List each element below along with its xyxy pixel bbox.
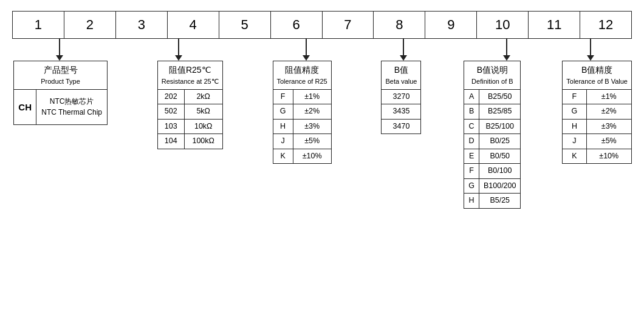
num-9: 9 — [425, 12, 477, 38]
beta-def-code-1: B — [464, 104, 479, 120]
tol-r25-val-3: ±5% — [293, 134, 331, 149]
res-code-3: 104 — [157, 134, 184, 149]
num-2: 2 — [64, 12, 116, 38]
tol-b-code-4: K — [563, 149, 586, 164]
product-header-zh: 产品型号 — [18, 64, 103, 76]
num-8: 8 — [374, 12, 425, 38]
beta-def-section: B值说明 Definition of B A B25/50 B B25/85 C… — [464, 61, 521, 209]
beta-section: B值 Beta value 3270 3435 3470 — [381, 61, 421, 134]
res-code-0: 202 — [157, 89, 184, 104]
tol-b-header-zh: B值精度 — [566, 64, 628, 76]
product-prefix: CH — [14, 89, 36, 124]
tol-r25-val-0: ±1% — [293, 89, 331, 104]
beta-def-code-2: C — [464, 119, 479, 134]
arrows-row — [12, 39, 632, 61]
tol-b-code-2: H — [563, 119, 586, 134]
resistance-header-zh: 阻值R25℃ — [162, 64, 219, 76]
beta-def-header-en: Definition of B — [468, 76, 516, 87]
tol-r25-val-1: ±2% — [293, 104, 331, 120]
beta-def-val-0: B25/50 — [479, 89, 521, 104]
num-10: 10 — [477, 12, 529, 38]
resistance-section: 阻值R25℃ Resistance at 25℃ 202 2kΩ 502 5kΩ… — [157, 61, 223, 149]
tolerance-b-section: B值精度 Tolerance of B Value F ±1% G ±2% H … — [562, 61, 632, 164]
beta-def-val-1: B25/85 — [479, 104, 521, 120]
tol-b-val-2: ±3% — [586, 119, 631, 134]
beta-def-code-0: A — [464, 89, 479, 104]
product-value: NTC热敏芯片 NTC Thermal Chip — [36, 89, 108, 124]
num-1: 1 — [13, 12, 64, 38]
beta-def-code-5: F — [464, 164, 479, 179]
tol-r25-code-0: F — [273, 89, 293, 104]
num-12: 12 — [580, 12, 631, 38]
beta-def-header-zh: B值说明 — [468, 64, 516, 76]
beta-def-val-4: B0/50 — [479, 149, 521, 164]
beta-def-val-5: B0/100 — [479, 164, 521, 179]
content-row: 产品型号 Product Type CH NTC热敏芯片 NTC Thermal… — [12, 61, 632, 209]
tol-b-code-1: G — [563, 104, 586, 120]
product-section: 产品型号 Product Type CH NTC热敏芯片 NTC Thermal… — [13, 61, 108, 125]
num-4: 4 — [168, 12, 219, 38]
tol-r25-code-1: G — [273, 104, 293, 120]
res-val-2: 10kΩ — [184, 119, 222, 134]
res-val-0: 2kΩ — [184, 89, 222, 104]
beta-def-code-7: H — [464, 194, 479, 209]
beta-val-2: 3470 — [382, 119, 421, 134]
beta-val-0: 3270 — [382, 89, 421, 104]
num-6: 6 — [271, 12, 323, 38]
tol-b-val-4: ±10% — [586, 149, 631, 164]
beta-val-1: 3435 — [382, 104, 421, 120]
tolerance-r25-section: 阻值精度 Tolerance of R25 F ±1% G ±2% H ±3% … — [273, 61, 332, 164]
beta-def-code-6: G — [464, 178, 479, 194]
num-5: 5 — [219, 12, 271, 38]
beta-def-val-6: B100/200 — [479, 178, 521, 194]
tol-r25-val-2: ±3% — [293, 119, 331, 134]
res-val-1: 5kΩ — [184, 104, 222, 120]
product-header-en: Product Type — [18, 76, 103, 87]
tol-r25-code-3: J — [273, 134, 293, 149]
tol-r25-code-2: H — [273, 119, 293, 134]
beta-def-code-3: D — [464, 134, 479, 149]
beta-header-en: Beta value — [385, 76, 417, 87]
res-code-2: 103 — [157, 119, 184, 134]
tol-b-header-en: Tolerance of B Value — [566, 76, 628, 87]
tol-r25-header-zh: 阻值精度 — [277, 64, 327, 76]
num-11: 11 — [529, 12, 580, 38]
resistance-header-en: Resistance at 25℃ — [162, 76, 219, 87]
beta-def-val-2: B25/100 — [479, 119, 521, 134]
beta-def-code-4: E — [464, 149, 479, 164]
tol-r25-val-4: ±10% — [293, 149, 331, 164]
res-val-3: 100kΩ — [184, 134, 222, 149]
res-code-1: 502 — [157, 104, 184, 120]
tol-b-val-1: ±2% — [586, 104, 631, 120]
number-row: 1 2 3 4 5 6 7 8 9 10 11 12 — [12, 11, 632, 39]
tol-b-code-3: J — [563, 134, 586, 149]
tol-b-val-3: ±5% — [586, 134, 631, 149]
num-7: 7 — [323, 12, 374, 38]
tol-b-code-0: F — [563, 89, 586, 104]
beta-header-zh: B值 — [385, 64, 417, 76]
num-3: 3 — [116, 12, 168, 38]
beta-def-val-3: B0/25 — [479, 134, 521, 149]
tol-b-val-0: ±1% — [586, 89, 631, 104]
tol-r25-code-4: K — [273, 149, 293, 164]
tol-r25-header-en: Tolerance of R25 — [277, 76, 327, 87]
beta-def-val-7: B5/25 — [479, 194, 521, 209]
